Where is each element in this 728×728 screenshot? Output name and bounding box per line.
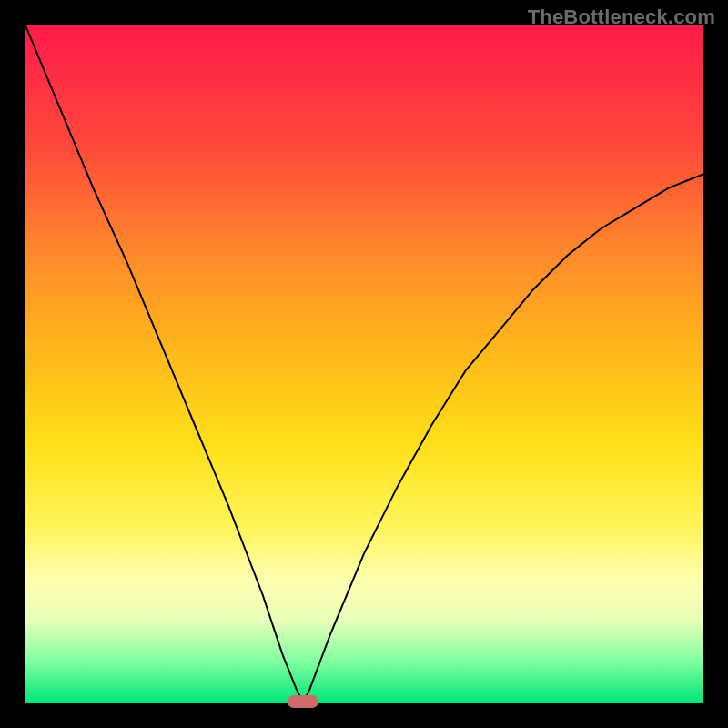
watermark-text: TheBottleneck.com bbox=[528, 5, 715, 29]
curve-svg bbox=[25, 25, 703, 703]
plot-area bbox=[25, 25, 703, 703]
bottleneck-curve bbox=[25, 25, 703, 703]
chart-frame: TheBottleneck.com bbox=[0, 0, 728, 728]
optimal-marker bbox=[288, 695, 318, 708]
